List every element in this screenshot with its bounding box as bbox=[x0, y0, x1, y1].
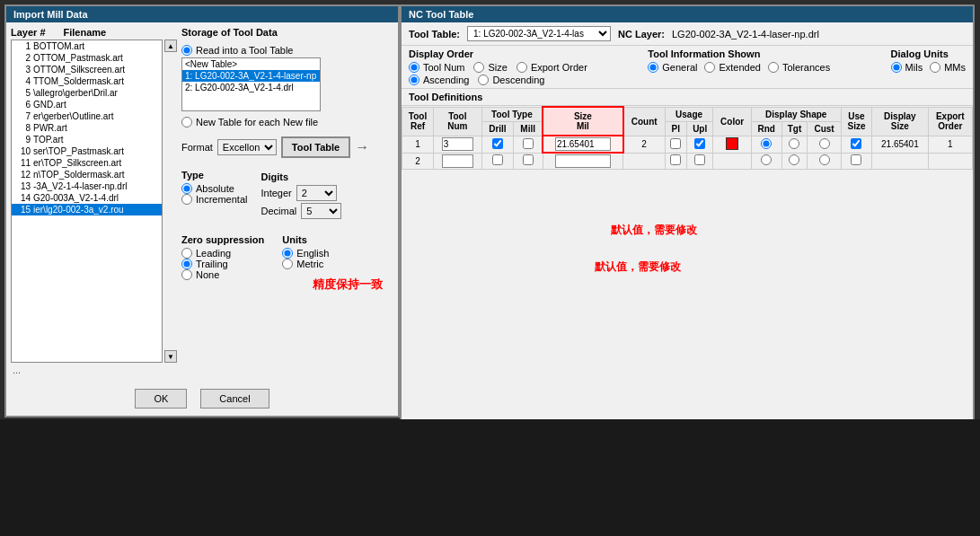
tgt-radio[interactable] bbox=[789, 154, 799, 165]
tool-num-input[interactable] bbox=[442, 137, 473, 151]
units-section: Units English Metric bbox=[282, 234, 329, 280]
radio-absolute[interactable] bbox=[181, 183, 192, 194]
tool-ref-cell: 2 bbox=[402, 153, 434, 170]
radio-trailing[interactable] bbox=[181, 259, 192, 269]
import-mill-data-dialog: Import Mill Data Layer # Filename 1BOTTO… bbox=[4, 4, 400, 417]
radio-mils[interactable] bbox=[891, 62, 902, 73]
format-select[interactable]: Excellon bbox=[217, 139, 277, 155]
decimal-select[interactable]: 543 bbox=[301, 203, 341, 219]
file-row[interactable]: 5\allegro\gerber\Dril.ar bbox=[12, 87, 162, 99]
pl-checkbox[interactable] bbox=[670, 154, 681, 165]
nc-layer-label: NC Layer: bbox=[618, 29, 665, 40]
drill-checkbox[interactable] bbox=[492, 138, 503, 149]
radio-mms[interactable] bbox=[930, 62, 940, 73]
size-input[interactable] bbox=[555, 154, 611, 168]
size-input[interactable] bbox=[555, 137, 611, 151]
file-list-scrollbar[interactable]: ▲ ▼ bbox=[164, 40, 177, 363]
export-order-cell bbox=[928, 153, 973, 170]
use-size-cell bbox=[841, 136, 872, 153]
tool-table-item[interactable]: 1: LG20-002-3A_V2-1-4-laser-np bbox=[182, 70, 320, 82]
radio-metric[interactable] bbox=[282, 259, 293, 269]
radio-read-tool-table[interactable] bbox=[181, 45, 192, 56]
file-row[interactable]: 2OTTOM_Pastmask.art bbox=[12, 52, 162, 64]
file-row[interactable]: 14G20-003A_V2-1-4.drl bbox=[12, 192, 162, 204]
th-display-shape: Display Shape bbox=[751, 107, 841, 121]
bottom-dark-bar bbox=[0, 419, 980, 536]
file-row[interactable]: 11er\TOP_Silkscreen.art bbox=[12, 157, 162, 169]
extended-label: Extended bbox=[719, 62, 760, 73]
tgt-cell bbox=[781, 153, 808, 170]
th-rnd: Rnd bbox=[751, 121, 781, 136]
tool-def-table: ToolRef ToolNum Tool Type SizeMil Count … bbox=[402, 106, 973, 170]
cust-radio[interactable] bbox=[819, 138, 830, 149]
radio-ascending[interactable] bbox=[409, 75, 419, 85]
display-order-section: Display Order Tool Num Size Export Order bbox=[409, 48, 587, 85]
file-row[interactable]: 4TTOM_Soldermask.art bbox=[12, 75, 162, 87]
th-count: Count bbox=[623, 107, 666, 136]
radio-incremental[interactable] bbox=[181, 194, 192, 205]
cust-radio[interactable] bbox=[819, 154, 830, 165]
rnd-radio[interactable] bbox=[761, 154, 772, 165]
color-swatch[interactable] bbox=[726, 137, 738, 150]
more-row: ... bbox=[11, 363, 177, 377]
th-tool-type: Tool Type bbox=[481, 107, 543, 121]
radio-general[interactable] bbox=[648, 62, 658, 73]
leading-label: Leading bbox=[196, 248, 231, 259]
tool-table-combo[interactable]: 1: LG20-002-3A_V2-1-4-las bbox=[467, 26, 611, 41]
display-order-label: Display Order bbox=[409, 48, 587, 59]
rnd-radio[interactable] bbox=[761, 138, 772, 149]
tool-num-input[interactable] bbox=[442, 154, 473, 168]
incremental-label: Incremental bbox=[196, 194, 247, 205]
radio-new-table[interactable] bbox=[181, 117, 192, 127]
file-row[interactable]: 15ier\lg20-002-3a_v2.rou bbox=[12, 204, 162, 215]
file-row[interactable]: 9TOP.art bbox=[12, 134, 162, 145]
scroll-down-btn[interactable]: ▼ bbox=[164, 350, 177, 363]
tool-table-item[interactable]: 2: LG20-002-3A_V2-1-4.drl bbox=[182, 82, 320, 93]
upl-checkbox[interactable] bbox=[694, 138, 705, 149]
th-tool-num: ToolNum bbox=[433, 107, 481, 136]
mils-label: Mils bbox=[905, 62, 923, 73]
use-size-checkbox[interactable] bbox=[851, 138, 861, 149]
radio-size[interactable] bbox=[473, 62, 484, 73]
file-row[interactable]: 13-3A_V2-1-4-laser-np.drl bbox=[12, 180, 162, 192]
color-cell bbox=[713, 136, 751, 153]
file-row[interactable]: 8PWR.art bbox=[12, 122, 162, 134]
type-label: Type bbox=[181, 170, 247, 180]
file-row[interactable]: 3OTTOM_Silkscreen.art bbox=[12, 64, 162, 75]
radio-tolerances[interactable] bbox=[768, 62, 779, 73]
tool-table-item[interactable]: <New Table> bbox=[182, 58, 320, 70]
storage-label: Storage of Tool Data bbox=[181, 27, 389, 38]
file-row[interactable]: 1BOTTOM.art bbox=[12, 40, 162, 52]
drill-checkbox[interactable] bbox=[492, 154, 503, 165]
tgt-radio[interactable] bbox=[789, 138, 799, 149]
file-row[interactable]: 10ser\TOP_Pastmask.art bbox=[12, 145, 162, 157]
pl-cell bbox=[665, 153, 686, 170]
scroll-up-btn[interactable]: ▲ bbox=[164, 40, 177, 52]
radio-none[interactable] bbox=[181, 269, 192, 280]
ascending-label: Ascending bbox=[423, 75, 469, 85]
radio-leading[interactable] bbox=[181, 248, 192, 259]
radio-export-order[interactable] bbox=[516, 62, 527, 73]
th-mill: Mill bbox=[514, 121, 543, 136]
mill-checkbox[interactable] bbox=[523, 138, 534, 149]
upl-checkbox[interactable] bbox=[694, 154, 705, 165]
left-ok-btn[interactable]: OK bbox=[135, 389, 187, 409]
radio-english[interactable] bbox=[282, 248, 293, 259]
tool-num-cell bbox=[433, 136, 481, 153]
radio-tool-num[interactable] bbox=[409, 62, 419, 73]
radio-descending[interactable] bbox=[478, 75, 489, 85]
table-row: 2 bbox=[402, 153, 973, 170]
file-row[interactable]: 7er\gerber\Outline.art bbox=[12, 110, 162, 122]
integer-select[interactable]: 234 bbox=[296, 185, 337, 201]
file-row[interactable]: 6GND.art bbox=[12, 99, 162, 110]
tool-table-list: <New Table>1: LG20-002-3A_V2-1-4-laser-n… bbox=[181, 57, 321, 111]
format-label: Format bbox=[181, 142, 213, 153]
mill-checkbox[interactable] bbox=[523, 154, 534, 165]
pl-checkbox[interactable] bbox=[670, 138, 681, 149]
use-size-checkbox[interactable] bbox=[851, 154, 861, 165]
radio-extended[interactable] bbox=[704, 62, 715, 73]
type-section: Type Absolute Incremental bbox=[181, 170, 247, 221]
file-row[interactable]: 12n\TOP_Soldermask.art bbox=[12, 169, 162, 180]
tool-table-button[interactable]: Tool Table bbox=[281, 136, 350, 158]
left-cancel-btn[interactable]: Cancel bbox=[200, 389, 269, 409]
